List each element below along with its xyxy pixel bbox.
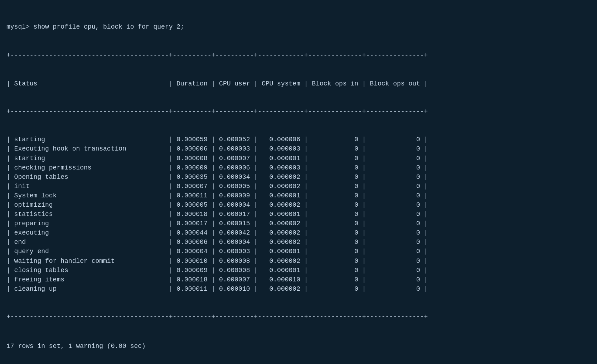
table-row: | optimizing | 0.000005 | 0.000004 | 0.0… — [6, 200, 591, 210]
table-row: | starting | 0.000059 | 0.000052 | 0.000… — [6, 135, 591, 144]
summary-line: 17 rows in set, 1 warning (0.00 sec) — [6, 341, 591, 351]
table-row: | freeing items | 0.000018 | 0.000007 | … — [6, 275, 591, 284]
table-row: | query end | 0.000004 | 0.000003 | 0.00… — [6, 247, 591, 256]
table-row: | checking permissions | 0.000009 | 0.00… — [6, 163, 591, 172]
separator-bottom: +---------------------------------------… — [6, 312, 591, 321]
table-row: | init | 0.000007 | 0.000005 | 0.000002 … — [6, 182, 591, 191]
table-row: | Executing hook on transaction | 0.0000… — [6, 144, 591, 153]
table-header: | Status | Duration | CPU_user | CPU_sys… — [6, 79, 591, 88]
table-row: | waiting for handler commit | 0.000010 … — [6, 256, 591, 266]
table-row: | preparing | 0.000017 | 0.000015 | 0.00… — [6, 219, 591, 228]
table-row: | statistics | 0.000018 | 0.000017 | 0.0… — [6, 210, 591, 219]
terminal: mysql> show profile cpu, block io for qu… — [6, 4, 591, 360]
table-row: | cleaning up | 0.000011 | 0.000010 | 0.… — [6, 284, 591, 294]
table-rows: | starting | 0.000059 | 0.000052 | 0.000… — [6, 135, 591, 294]
table-row: | end | 0.000006 | 0.000004 | 0.000002 |… — [6, 237, 591, 247]
command-line: mysql> show profile cpu, block io for qu… — [6, 22, 591, 31]
table-row: | System lock | 0.000011 | 0.000009 | 0.… — [6, 191, 591, 200]
table-row: | starting | 0.000008 | 0.000007 | 0.000… — [6, 154, 591, 163]
table-row: | closing tables | 0.000009 | 0.000008 |… — [6, 266, 591, 275]
table-row: | executing | 0.000044 | 0.000042 | 0.00… — [6, 228, 591, 237]
table-row: | Opening tables | 0.000035 | 0.000034 |… — [6, 172, 591, 182]
separator-top: +---------------------------------------… — [6, 51, 591, 60]
separator-mid: +---------------------------------------… — [6, 107, 591, 116]
